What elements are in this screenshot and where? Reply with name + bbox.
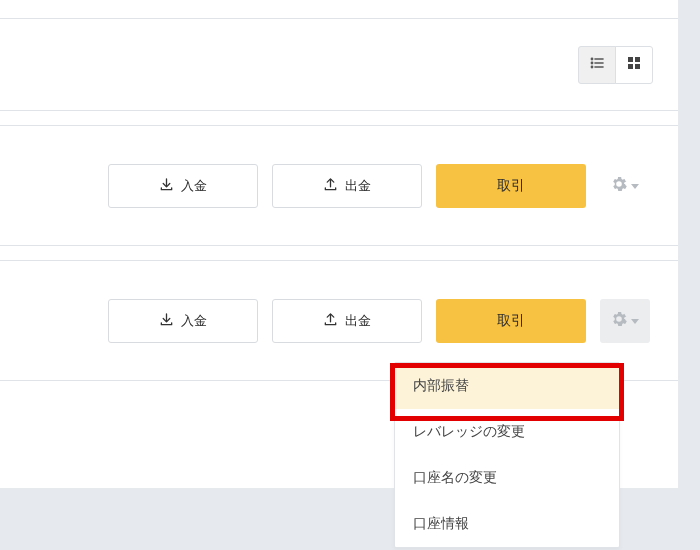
gear-icon <box>611 176 627 195</box>
settings-button[interactable] <box>600 299 650 343</box>
svg-point-4 <box>591 66 592 67</box>
trade-label: 取引 <box>497 312 525 330</box>
svg-point-0 <box>591 58 592 59</box>
withdraw-button[interactable]: 出金 <box>272 299 422 343</box>
upload-icon <box>323 312 338 330</box>
upload-icon <box>323 177 338 195</box>
withdraw-button[interactable]: 出金 <box>272 164 422 208</box>
header-bar <box>0 18 678 111</box>
download-icon <box>159 177 174 195</box>
gap <box>0 0 678 18</box>
svg-rect-8 <box>628 64 633 69</box>
svg-rect-7 <box>635 57 640 62</box>
grid-view-button[interactable] <box>615 46 653 84</box>
deposit-button[interactable]: 入金 <box>108 164 258 208</box>
caret-down-icon <box>631 178 639 193</box>
gap <box>0 111 678 125</box>
page-gutter <box>678 0 700 550</box>
settings-button[interactable] <box>600 164 650 208</box>
caret-down-icon <box>631 313 639 328</box>
settings-menu: 内部振替 レバレッジの変更 口座名の変更 口座情報 <box>394 362 620 548</box>
svg-rect-9 <box>635 64 640 69</box>
svg-point-2 <box>591 62 592 63</box>
deposit-label: 入金 <box>181 177 207 195</box>
gap <box>0 246 678 260</box>
menu-item-change-account-name[interactable]: 口座名の変更 <box>395 455 619 501</box>
withdraw-label: 出金 <box>345 312 371 330</box>
deposit-label: 入金 <box>181 312 207 330</box>
withdraw-label: 出金 <box>345 177 371 195</box>
list-view-button[interactable] <box>578 46 616 84</box>
grid-icon <box>627 56 641 73</box>
menu-item-internal-transfer[interactable]: 内部振替 <box>395 363 619 409</box>
deposit-button[interactable]: 入金 <box>108 299 258 343</box>
gear-icon <box>611 311 627 330</box>
menu-item-account-info[interactable]: 口座情報 <box>395 501 619 547</box>
svg-rect-6 <box>628 57 633 62</box>
trade-button[interactable]: 取引 <box>436 164 586 208</box>
menu-item-change-leverage[interactable]: レバレッジの変更 <box>395 409 619 455</box>
trade-label: 取引 <box>497 177 525 195</box>
list-icon <box>589 55 605 74</box>
trade-button[interactable]: 取引 <box>436 299 586 343</box>
download-icon <box>159 312 174 330</box>
account-row: 入金 出金 取引 <box>0 125 678 246</box>
